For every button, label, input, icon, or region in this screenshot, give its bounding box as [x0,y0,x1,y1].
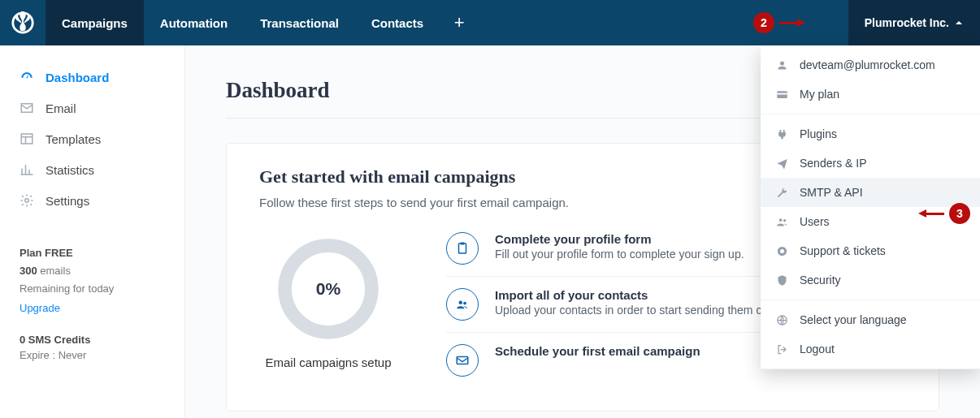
dropdown-item-label: Senders & IP [800,157,867,170]
nav-transactional-label: Transactional [260,16,339,30]
sidebar-item-label: Templates [46,132,101,146]
progress-caption: Email campaigns setup [265,356,391,369]
svg-rect-12 [461,243,465,245]
annotation-3: 3 [918,203,970,224]
upgrade-link[interactable]: Upgrade [20,299,60,317]
app-logo [0,0,46,45]
layout-icon [20,131,34,146]
users-icon [775,215,788,228]
sidebar-item-email[interactable]: Email [0,93,184,123]
dropdown-item-label: Select your language [800,313,907,326]
dropdown-section-account: devteam@plumrocket.com My plan [761,45,980,114]
user-icon [775,58,788,71]
dropdown-logout[interactable]: Logout [761,334,980,364]
dropdown-item-label: Support & tickets [800,244,886,257]
progress-column: 0% Email campaigns setup [259,232,397,388]
dropdown-support[interactable]: Support & tickets [761,236,980,265]
plan-emails-label: emails [37,265,71,277]
nav-transactional[interactable]: Transactional [244,0,355,45]
sidebar-item-label: Dashboard [46,71,109,84]
plan-emails-count: 300 [20,265,37,277]
dropdown-item-label: Plugins [800,127,837,140]
svg-rect-2 [777,93,787,94]
sidebar-credits-block: 0 SMS Credits Expire : Never [0,325,184,369]
dropdown-item-label: SMTP & API [800,186,863,199]
annotation-badge-3: 3 [949,203,970,224]
svg-rect-15 [457,357,468,364]
dashboard-icon [20,70,34,84]
annotation-arrow-line [779,22,797,24]
svg-point-14 [463,302,466,305]
sidebar-plan-block: Plan FREE 300 emails Remaining for today… [0,236,184,325]
profile-dropdown: devteam@plumrocket.com My plan Plugins S… [761,45,980,369]
plug-icon [775,127,788,140]
profile-label: Plumrocket Inc. [865,16,949,29]
svg-rect-11 [459,243,466,253]
globe-icon [775,313,788,326]
sidebar-item-templates[interactable]: Templates [0,123,184,154]
svg-point-6 [780,249,784,253]
nav-campaigns-label: Campaigns [62,16,128,30]
people-icon [446,288,479,321]
plus-icon: + [454,12,465,33]
svg-point-3 [778,218,782,222]
clipboard-icon [446,232,479,265]
sidebar-item-dashboard[interactable]: Dashboard [0,62,184,93]
top-nav: Campaigns Automation Transactional Conta… [0,0,980,45]
dropdown-my-plan[interactable]: My plan [761,80,980,109]
svg-rect-8 [21,134,33,144]
credits-expire: Expire : Never [20,349,165,361]
dropdown-security[interactable]: Security [761,265,980,295]
dropdown-senders-ip[interactable]: Senders & IP [761,149,980,178]
sidebar-item-label: Settings [46,194,89,208]
mail-icon [446,344,479,377]
paper-plane-icon [775,157,788,170]
dropdown-plugins[interactable]: Plugins [761,119,980,149]
lifebuoy-icon [775,244,788,257]
annotation-arrow-left-icon [918,209,926,218]
sidebar: Dashboard Email Templates Statistics Set… [0,45,185,418]
caret-up-icon [956,21,962,24]
annotation-arrow-right-icon [797,19,805,27]
sidebar-item-settings[interactable]: Settings [0,185,184,216]
plan-remaining: Remaining for today [20,280,165,298]
card-icon [775,88,788,101]
dropdown-item-label: Logout [800,343,835,356]
dropdown-language[interactable]: Select your language [761,305,980,334]
progress-donut: 0% [271,232,385,346]
svg-point-9 [25,199,29,203]
step-desc: Fill out your profile form to complete y… [495,248,744,261]
sidebar-item-label: Email [46,101,76,115]
bar-chart-icon [20,162,34,177]
dropdown-item-label: devteam@plumrocket.com [800,58,935,71]
plan-emails: 300 emails [20,262,165,280]
dropdown-account-email[interactable]: devteam@plumrocket.com [761,50,980,80]
nav-automation[interactable]: Automation [144,0,244,45]
nav-automation-label: Automation [160,16,228,30]
annotation-badge-2: 2 [753,12,774,33]
step-title: Complete your profile form [495,232,744,246]
sidebar-item-label: Statistics [46,163,94,177]
nav-contacts-label: Contacts [371,16,423,30]
plan-title: Plan FREE [20,244,165,262]
nav-add-button[interactable]: + [440,0,479,45]
credits-title: 0 SMS Credits [20,334,165,346]
logout-icon [775,343,788,356]
sidebar-divider [0,226,184,226]
nav-contacts[interactable]: Contacts [355,0,440,45]
nav-campaigns[interactable]: Campaigns [46,0,144,45]
envelope-icon [20,101,34,115]
dropdown-item-label: Security [800,274,841,287]
sidebar-item-statistics[interactable]: Statistics [0,154,184,185]
progress-percent-label: 0% [271,232,385,346]
shield-icon [775,274,788,287]
gear-icon [20,193,34,208]
dropdown-section-footer: Select your language Logout [761,300,980,369]
svg-point-13 [459,301,463,305]
profile-menu-button[interactable]: Plumrocket Inc. [848,0,980,45]
svg-point-4 [783,219,786,222]
dropdown-item-label: Users [800,215,830,228]
wrench-icon [775,186,788,199]
step-title: Schedule your first email campaign [495,344,700,358]
annotation-arrow-line [926,213,944,215]
